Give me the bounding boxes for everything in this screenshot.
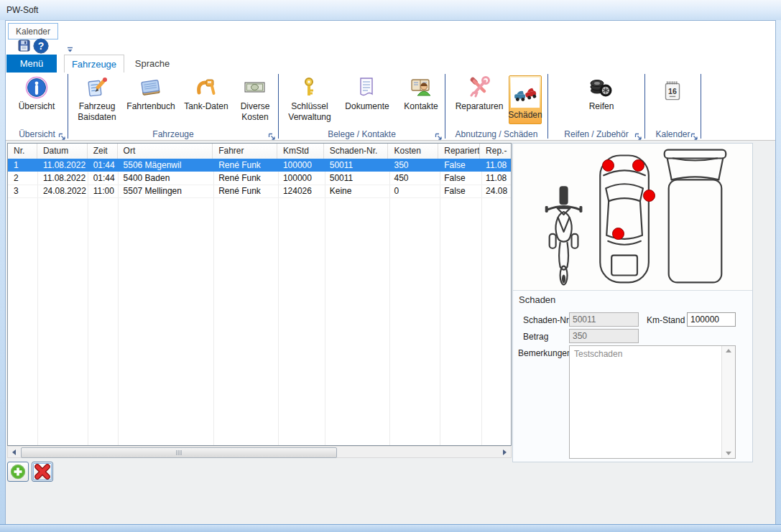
table-row[interactable]: 3 24.08.2022 11:00 5507 Mellingen René F…: [8, 185, 511, 198]
cell: 450: [388, 172, 438, 185]
column-header[interactable]: Schaden-Nr.: [324, 144, 389, 159]
group-label-reifen-zubehoer: Reifen / Zubehör: [549, 129, 644, 139]
svg-text:?: ?: [38, 40, 45, 52]
save-button[interactable]: [18, 39, 30, 55]
betrag-input[interactable]: [569, 329, 639, 343]
damage-marker[interactable]: [602, 159, 614, 172]
kalender-top-tab[interactable]: Kalender: [8, 23, 58, 39]
column-header[interactable]: Fahrer: [213, 144, 277, 159]
window-body: Kalender ?: [5, 20, 776, 525]
cell: 100000: [277, 172, 324, 185]
table-row[interactable]: 1 11.08.2022 01:44 5506 Mägenwil René Fu…: [8, 159, 511, 172]
cell: 5400 Baden: [118, 172, 213, 185]
scroll-up-arrow[interactable]: [726, 349, 731, 353]
cell: 350: [388, 159, 438, 172]
ribbon-button-label2: Baisdaten: [78, 113, 116, 122]
group-separator: [701, 74, 701, 139]
ribbon-button-label: Schäden: [508, 110, 542, 120]
km-stand-label: Km-Stand: [647, 315, 685, 325]
ribbon-button-label: Reparaturen: [456, 102, 504, 111]
ribbon-button-label: Fahrzeug: [79, 102, 116, 111]
column-header[interactable]: Nr.: [8, 144, 37, 159]
ribbon-tab-sprache[interactable]: Sprache: [129, 55, 175, 73]
ribbon-tab-sprache-label: Sprache: [135, 58, 170, 69]
ribbon-button-label: Schlüssel: [291, 102, 328, 111]
bemerkungen-label: Bemerkungen: [518, 348, 572, 358]
schaden-nr-label: Schaden-Nr.: [523, 315, 571, 325]
key-icon: [297, 75, 322, 101]
kalender-top-tab-label: Kalender: [16, 27, 50, 37]
tires-icon: [588, 75, 614, 101]
document-icon: [355, 75, 379, 101]
column-header[interactable]: Zeit: [88, 144, 118, 159]
save-floppy-icon: [18, 39, 30, 52]
tools-icon: [467, 75, 491, 101]
cell: False: [438, 159, 480, 172]
ribbon-button-uebersicht[interactable]: Übersicht: [9, 75, 64, 111]
ribbon-button-schluessel-verwaltung[interactable]: Schlüssel Verwaltung: [282, 75, 337, 122]
bemerkungen-textarea[interactable]: Testschaden: [570, 346, 722, 458]
cell: 01:44: [88, 172, 118, 185]
table-row[interactable]: 2 11.08.2022 01:44 5400 Baden René Funk …: [8, 172, 511, 185]
vehicle-drawing[interactable]: [513, 144, 752, 291]
scroll-right-arrow[interactable]: [499, 447, 511, 457]
window-title: PW-Soft: [6, 5, 38, 15]
ribbon-tab-menu[interactable]: Menü: [6, 55, 57, 73]
ribbon-button-schaeden-selected[interactable]: Schäden: [509, 75, 542, 124]
damage-detail-panel: Schaden Schaden-Nr. Km-Stand Betrag Beme…: [512, 143, 753, 462]
damage-marker[interactable]: [632, 159, 644, 172]
logbook-icon: [139, 75, 163, 101]
ribbon-button-label: Diverse: [241, 102, 270, 111]
column-header[interactable]: Repariert: [438, 144, 480, 159]
bemerkungen-scrollbar[interactable]: [721, 346, 735, 458]
ribbon-button-kontakte[interactable]: Kontakte: [397, 75, 445, 111]
ribbon-button-fahrzeug-baisdaten[interactable]: Fahrzeug Baisdaten: [72, 75, 122, 122]
cell: 01:44: [88, 159, 118, 172]
ribbon-button-reifen[interactable]: Reifen: [576, 75, 627, 111]
ribbon-button-diverse-kosten[interactable]: Diverse Kosten: [234, 75, 276, 122]
cell: René Funk: [213, 172, 277, 185]
ribbon-tab-menu-label: Menü: [20, 58, 44, 69]
contact-icon: [409, 75, 433, 101]
ribbon-button-reparaturen[interactable]: Reparaturen: [445, 75, 514, 111]
column-header[interactable]: Rep.-: [480, 144, 511, 159]
ribbon-tab-fahrzeuge[interactable]: Fahrzeuge: [64, 55, 124, 73]
km-stand-input[interactable]: [687, 312, 736, 327]
fuel-nozzle-icon: [194, 75, 218, 101]
ribbon-button-dokumente[interactable]: Dokumente: [338, 75, 396, 111]
title-bar[interactable]: PW-Soft: [0, 0, 781, 20]
cell: 50011: [324, 172, 389, 185]
ribbon-button-label: Kontakte: [404, 102, 438, 111]
cell: 0: [388, 185, 438, 197]
ribbon-button-fahrtenbuch[interactable]: Fahrtenbuch: [123, 75, 179, 111]
column-header[interactable]: Kosten: [388, 144, 438, 159]
ribbon: Übersicht Fahrzeug Baisdate: [6, 73, 775, 141]
ribbon-button-tank-daten[interactable]: Tank-Daten: [180, 75, 232, 111]
table-horizontal-scrollbar[interactable]: [7, 446, 512, 458]
column-header[interactable]: KmStd: [277, 144, 324, 159]
cell: 1: [8, 159, 37, 172]
scrollbar-thumb[interactable]: [21, 447, 337, 458]
cell: René Funk: [213, 185, 277, 197]
group-separator: [278, 74, 279, 139]
delete-record-button[interactable]: [32, 462, 53, 482]
add-record-button[interactable]: [7, 462, 29, 482]
cell: 100000: [277, 159, 324, 172]
plus-icon: [10, 464, 26, 480]
ribbon-button-kalender[interactable]: 16: [649, 78, 696, 104]
column-header[interactable]: Ort: [118, 144, 213, 159]
damage-marker[interactable]: [612, 228, 624, 240]
schaden-nr-input[interactable]: [569, 312, 639, 327]
ribbon-button-label2: Kosten: [241, 113, 268, 122]
damage-marker[interactable]: [643, 190, 655, 202]
ribbon-button-label: Fahrtenbuch: [126, 102, 175, 111]
scroll-down-arrow[interactable]: [726, 452, 731, 455]
cell: 50011: [324, 159, 389, 172]
scroll-left-arrow[interactable]: [8, 447, 20, 457]
ribbon-button-label: Reifen: [589, 102, 614, 111]
cell: False: [438, 185, 480, 197]
group-separator: [547, 74, 548, 139]
column-header[interactable]: Datum: [37, 144, 88, 159]
detail-group-title: Schaden: [519, 294, 555, 305]
svg-text:16: 16: [668, 87, 677, 95]
